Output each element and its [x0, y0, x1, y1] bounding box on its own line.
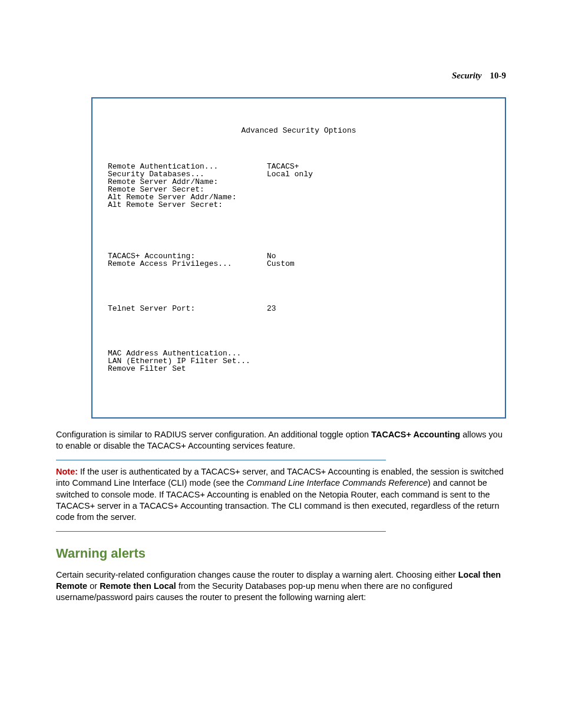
terminal-block-3: Telnet Server Port:23 — [108, 305, 490, 312]
note-paragraph: Note: If the user is authenticated by a … — [56, 466, 506, 523]
terminal-block-1: Remote Authentication...TACACS+Security … — [108, 163, 490, 209]
document-page: Security 10-9 Advanced Security Options … — [0, 0, 562, 728]
header-page-number: 10-9 — [490, 71, 507, 80]
terminal-label: Remove Filter Set — [108, 365, 267, 373]
para2-mid: or — [87, 581, 100, 591]
para1-bold: TACACS+ Accounting — [371, 430, 460, 439]
warning-paragraph: Certain security-related configuration c… — [56, 569, 506, 603]
terminal-row: Remove Filter Set — [108, 365, 490, 373]
terminal-row: Alt Remote Server Secret: — [108, 201, 490, 209]
terminal-label: Telnet Server Port: — [108, 305, 267, 312]
note-bottom-rule — [56, 531, 386, 532]
terminal-value: Local only — [267, 170, 313, 178]
para2-text-a: Certain security-related configuration c… — [56, 570, 458, 579]
note-label: Note: — [56, 467, 78, 476]
terminal-title: Advanced Security Options — [108, 127, 490, 134]
warning-alerts-heading: Warning alerts — [56, 546, 506, 561]
page-header: Security 10-9 — [56, 71, 506, 81]
terminal-block-2: TACACS+ Accounting:NoRemote Access Privi… — [108, 252, 490, 268]
terminal-value: Custom — [267, 260, 295, 268]
terminal-label: Remote Access Privileges... — [108, 260, 267, 268]
config-paragraph: Configuration is similar to RADIUS serve… — [56, 429, 506, 452]
para1-text-a: Configuration is similar to RADIUS serve… — [56, 430, 371, 439]
header-section: Security — [452, 71, 482, 80]
terminal-row: Telnet Server Port:23 — [108, 305, 490, 312]
terminal-row: Remote Access Privileges...Custom — [108, 260, 490, 268]
terminal-label: Alt Remote Server Secret: — [108, 201, 267, 209]
terminal-value: 23 — [267, 305, 276, 312]
note-italic: Command Line Interface Commands Referenc… — [246, 478, 428, 487]
para2-bold2: Remote then Local — [100, 581, 176, 591]
terminal-screenshot: Advanced Security Options Remote Authent… — [91, 97, 506, 419]
terminal-block-4: MAC Address Authentication...LAN (Ethern… — [108, 350, 490, 373]
note-top-rule — [56, 460, 386, 460]
